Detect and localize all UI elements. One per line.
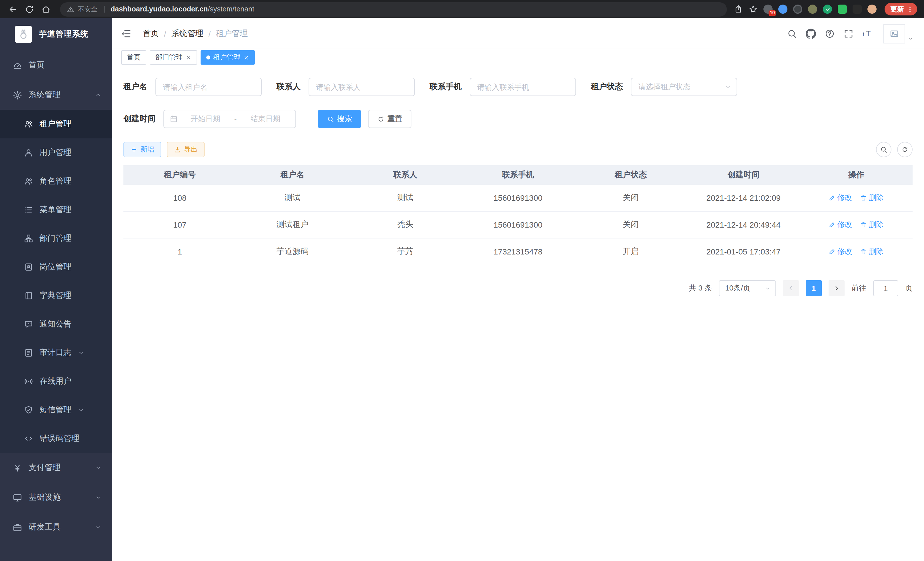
sidebar-item-sms[interactable]: 短信管理	[0, 396, 112, 424]
extension-icon-6[interactable]	[838, 5, 847, 14]
tenant-name-input[interactable]	[155, 78, 262, 96]
sidebar: 芋道管理系统 首页 系统管理 租户管理 用户管理	[0, 18, 112, 561]
toggle-search-button[interactable]	[876, 142, 891, 157]
sidebar-item-dept[interactable]: 部门管理	[0, 224, 112, 253]
reset-button[interactable]: 重置	[368, 110, 411, 128]
sidebar-item-label: 租户管理	[39, 119, 71, 129]
browser-update-button[interactable]: 更新	[885, 3, 917, 15]
tab-tenant[interactable]: 租户管理	[201, 50, 255, 65]
delete-link[interactable]: 删除	[860, 193, 884, 203]
extension-icon-1[interactable]: 10	[764, 5, 772, 14]
avatar	[884, 24, 905, 43]
share-icon[interactable]	[734, 5, 743, 14]
sidebar-item-menu[interactable]: 菜单管理	[0, 196, 112, 224]
start-date-placeholder[interactable]: 开始日期	[181, 114, 230, 124]
edit-link[interactable]: 修改	[829, 220, 852, 230]
next-page-button[interactable]	[829, 280, 844, 296]
breadcrumb-separator: /	[208, 29, 211, 38]
breadcrumb-system[interactable]: 系统管理	[171, 28, 203, 39]
search-button[interactable]: 搜索	[318, 110, 361, 128]
add-button[interactable]: 新增	[123, 142, 161, 157]
help-icon[interactable]	[825, 28, 835, 39]
github-icon[interactable]	[806, 28, 816, 39]
sidebar-item-user[interactable]: 用户管理	[0, 138, 112, 167]
chevron-up-icon	[95, 92, 102, 98]
page-number-button[interactable]: 1	[806, 280, 822, 296]
browser-reload-icon[interactable]	[25, 4, 34, 14]
tenant-name-field: 租户名	[123, 78, 262, 96]
user-avatar-dropdown[interactable]	[884, 24, 914, 43]
sidebar-item-label: 菜单管理	[39, 205, 71, 215]
cell-id: 107	[123, 220, 236, 229]
date-range-picker[interactable]: 开始日期 - 结束日期	[164, 110, 296, 128]
sidebar-item-notice[interactable]: 通知公告	[0, 310, 112, 338]
sidebar-item-audit-log[interactable]: 审计日志	[0, 338, 112, 367]
book-icon	[24, 291, 33, 300]
delete-link[interactable]: 删除	[860, 220, 884, 230]
shield-icon	[24, 405, 33, 415]
font-size-icon[interactable]	[862, 28, 873, 39]
close-icon[interactable]	[243, 55, 249, 60]
extension-icon-7[interactable]	[853, 5, 862, 14]
refresh-table-button[interactable]	[897, 142, 913, 157]
sidebar-item-payment[interactable]: 支付管理	[0, 453, 112, 483]
chevron-right-icon	[833, 285, 840, 292]
tab-label: 部门管理	[155, 53, 183, 62]
edit-link[interactable]: 修改	[829, 193, 852, 203]
sidebar-item-label: 岗位管理	[39, 262, 71, 272]
extension-icon-2[interactable]	[778, 5, 788, 14]
delete-link[interactable]: 删除	[860, 247, 884, 257]
app-logo[interactable]: 芋道管理系统	[0, 18, 112, 50]
right-toolbar	[876, 142, 913, 157]
prev-page-button[interactable]	[783, 280, 799, 296]
goto-page-input[interactable]	[873, 280, 898, 296]
cell-mobile: 15601691300	[462, 193, 574, 202]
sidebar-item-devtools[interactable]: 研发工具	[0, 512, 112, 542]
sidebar-item-home[interactable]: 首页	[0, 50, 112, 80]
sidebar-item-error-code[interactable]: 错误码管理	[0, 424, 112, 453]
mobile-input[interactable]	[470, 78, 576, 96]
fullscreen-icon[interactable]	[843, 28, 854, 39]
end-date-placeholder[interactable]: 结束日期	[241, 114, 290, 124]
status-label: 租户状态	[591, 82, 623, 92]
search-button-label: 搜索	[337, 114, 352, 124]
briefcase-icon	[13, 522, 22, 532]
table-row: 107 测试租户 秃头 15601691300 关闭 2021-12-14 20…	[123, 212, 913, 238]
chevron-down-icon	[95, 464, 102, 471]
sidebar-item-system[interactable]: 系统管理	[0, 80, 112, 110]
export-button[interactable]: 导出	[167, 142, 205, 157]
address-bar[interactable]: 不安全 dashboard.yudao.iocoder.cn/system/te…	[60, 2, 727, 16]
tab-dept[interactable]: 部门管理	[150, 50, 197, 65]
sidebar-item-role[interactable]: 角色管理	[0, 167, 112, 196]
extension-icon-3[interactable]	[793, 5, 802, 14]
sidebar-item-tenant[interactable]: 租户管理	[0, 110, 112, 138]
sidebar-item-online-user[interactable]: 在线用户	[0, 367, 112, 396]
close-icon[interactable]	[186, 55, 191, 60]
sidebar-collapse-icon[interactable]	[120, 28, 131, 39]
tenant-name-label: 租户名	[123, 82, 147, 92]
browser-back-icon[interactable]	[8, 4, 18, 14]
sidebar-item-label: 错误码管理	[39, 433, 80, 444]
browser-home-icon[interactable]	[41, 4, 51, 14]
extension-icon-5[interactable]	[823, 5, 832, 14]
code-icon	[24, 434, 33, 443]
contact-input[interactable]	[309, 78, 415, 96]
tags-view-bar: 首页 部门管理 租户管理	[112, 49, 924, 66]
not-secure-warning-icon[interactable]	[67, 5, 74, 13]
browser-menu-icon[interactable]	[906, 5, 914, 13]
search-icon[interactable]	[787, 28, 797, 39]
system-submenu: 租户管理 用户管理 角色管理 菜单管理 部门管理	[0, 110, 112, 453]
profile-avatar-icon[interactable]	[867, 5, 877, 14]
header-actions	[787, 24, 914, 43]
sidebar-item-post[interactable]: 岗位管理	[0, 253, 112, 281]
status-select[interactable]: 请选择租户状态	[631, 78, 737, 96]
bookmark-star-icon[interactable]	[748, 5, 758, 14]
page-size-select[interactable]: 10条/页	[719, 280, 776, 296]
breadcrumb-home[interactable]: 首页	[143, 28, 159, 39]
edit-link[interactable]: 修改	[829, 247, 852, 257]
app-shell: 芋道管理系统 首页 系统管理 租户管理 用户管理	[0, 18, 924, 561]
sidebar-item-infrastructure[interactable]: 基础设施	[0, 483, 112, 512]
sidebar-item-dict[interactable]: 字典管理	[0, 281, 112, 310]
tab-home[interactable]: 首页	[121, 50, 146, 65]
extension-icon-4[interactable]	[808, 5, 817, 14]
